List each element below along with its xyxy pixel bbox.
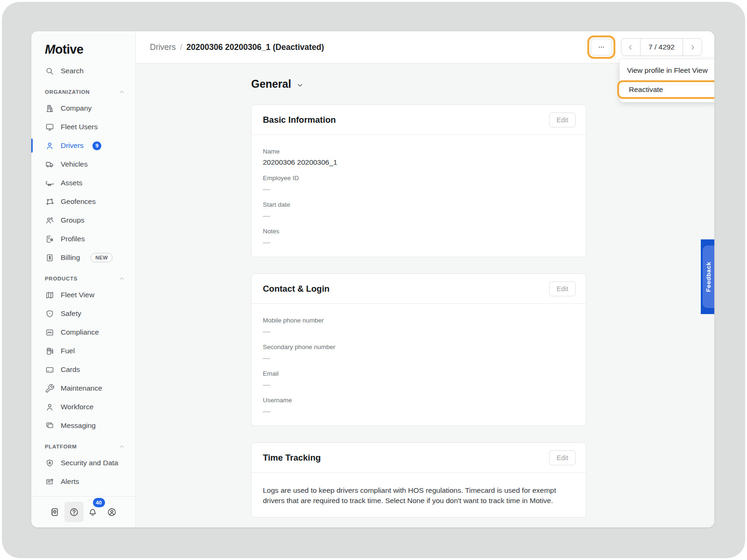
messaging-icon [45, 421, 55, 431]
field-value: — [263, 354, 575, 362]
sidebar-item-maintenance[interactable]: Maintenance [31, 379, 135, 398]
motive-logo[interactable]: Motive [31, 31, 135, 62]
card-title: Contact & Login [263, 284, 330, 294]
sidebar-item-label: Alerts [61, 477, 79, 486]
field-mobile-phone-number: Mobile phone number— [263, 317, 575, 336]
shield-lock-icon [45, 458, 55, 468]
sidebar-item-groups[interactable]: Groups [31, 211, 135, 230]
section-title: General [251, 78, 291, 91]
sidebar-item-label: Search [61, 67, 84, 75]
sidebar-item-alerts[interactable]: Alerts [31, 472, 135, 491]
sidebar-item-profiles[interactable]: Profiles [31, 230, 135, 248]
field-start-date: Start date— [263, 201, 575, 220]
ellipsis-icon [597, 43, 606, 51]
sidebar-item-label: Compliance [61, 328, 99, 336]
bell-button[interactable]: 40 [84, 502, 103, 522]
sidebar-item-geofences[interactable]: Geofences [31, 192, 135, 211]
page-title: 20200306 20200306_1 (Deactivated) [186, 42, 324, 52]
field-employee-id: Employee ID— [263, 175, 575, 193]
field-label: Mobile phone number [263, 317, 575, 324]
more-options-button[interactable] [591, 39, 612, 56]
edit-basic-information-button[interactable]: Edit [549, 112, 576, 127]
chevron-up-icon[interactable] [119, 443, 125, 450]
sidebar-item-label: Vehicles [61, 160, 88, 168]
sidebar-item-label: Assets [61, 179, 83, 187]
billing-icon [45, 253, 55, 263]
new-pill-badge: NEW [91, 253, 113, 262]
sidebar-item-search[interactable]: Search [31, 62, 135, 80]
next-record-button[interactable] [683, 39, 702, 56]
section-label: PRODUCTS [45, 276, 78, 281]
field-email: Email— [263, 370, 575, 389]
previous-record-button[interactable] [621, 39, 640, 56]
sidebar-item-workforce[interactable]: Workforce [31, 398, 135, 416]
edit-time-tracking-button[interactable]: Edit [549, 450, 576, 465]
directory-pin-button[interactable] [45, 502, 64, 522]
content-scroll-area[interactable]: General Basic Information Edit Name20200… [136, 63, 714, 527]
search-icon [45, 66, 55, 76]
chevron-up-icon[interactable] [119, 89, 125, 95]
sidebar-item-compliance[interactable]: Compliance [31, 323, 135, 342]
people-icon [45, 216, 55, 225]
person-icon [45, 402, 55, 412]
count-badge: 9 [92, 141, 101, 150]
geofence-icon [45, 197, 55, 207]
feedback-tab-inner: Feedback [703, 245, 714, 308]
field-username: Username— [263, 397, 575, 415]
field-value: — [263, 185, 575, 193]
sidebar-item-assets[interactable]: Assets [31, 174, 135, 192]
section-header-organization: ORGANIZATION [31, 80, 135, 99]
card-fields: Mobile phone number—Secondary phone numb… [252, 304, 586, 426]
sidebar-item-security-and-data[interactable]: Security and Data [31, 454, 135, 472]
sidebar-item-label: Fleet View [61, 291, 94, 299]
person-icon [45, 141, 55, 151]
sidebar-item-safety[interactable]: Safety [31, 304, 135, 323]
field-secondary-phone-number: Secondary phone number— [263, 343, 575, 362]
feedback-tab[interactable]: Feedback [701, 239, 714, 314]
directory-pin-icon [49, 507, 60, 518]
section-label: PLATFORM [45, 444, 77, 449]
contact-login-card: Contact & Login Edit Mobile phone number… [251, 273, 586, 426]
sidebar-item-label: Safety [61, 309, 81, 318]
edit-contact-login-button[interactable]: Edit [549, 281, 576, 296]
card-header: Contact & Login Edit [252, 274, 586, 304]
sidebar-item-messaging[interactable]: Messaging [31, 416, 135, 435]
general-section-selector[interactable]: General [251, 78, 304, 91]
sidebar-item-fuel[interactable]: Fuel [31, 342, 135, 360]
sidebar-item-cards[interactable]: Cards [31, 360, 135, 379]
sidebar-item-company[interactable]: Company [31, 99, 135, 118]
menu-item-view-profile-in-fleet-view[interactable]: View profile in Fleet View [620, 62, 714, 79]
chevron-up-icon[interactable] [119, 275, 125, 282]
field-value: — [263, 327, 575, 336]
wrench-icon [45, 384, 55, 393]
field-value: — [263, 380, 575, 389]
top-bar: Drivers / 20200306 20200306_1 (Deactivat… [136, 31, 714, 63]
field-value: — [263, 407, 575, 415]
section-label: ORGANIZATION [45, 89, 90, 95]
sidebar-item-label: Security and Data [61, 459, 118, 467]
chevron-right-icon [689, 44, 696, 51]
sidebar-item-fleet-users[interactable]: Fleet Users [31, 118, 135, 136]
card-fields: Name20200306 20200306_1Employee ID—Start… [252, 135, 586, 257]
sidebar-item-label: Drivers [61, 141, 84, 150]
sidebar-item-drivers[interactable]: Drivers9 [31, 136, 135, 155]
app-window: Motive Search ORGANIZATIONCompanyFleet U… [31, 31, 714, 527]
sidebar-item-label: Workforce [61, 403, 93, 411]
sidebar-item-vehicles[interactable]: Vehicles [31, 155, 135, 174]
sidebar-item-label: Groups [61, 216, 85, 224]
sidebar-item-label: Profiles [61, 235, 85, 243]
sidebar-item-label: Maintenance [61, 384, 102, 392]
help-icon [69, 507, 79, 518]
topbar-actions: 7 / 4292 [587, 35, 702, 59]
menu-item-reactivate[interactable]: Reactivate [619, 82, 714, 97]
profile-gear-icon [45, 234, 55, 244]
breadcrumb-drivers-link[interactable]: Drivers [150, 42, 176, 52]
field-label: Employee ID [263, 175, 575, 182]
card-header: Time Tracking Edit [252, 443, 586, 473]
help-button[interactable] [64, 502, 84, 522]
sidebar-item-fleet-view[interactable]: Fleet View [31, 286, 135, 304]
account-button[interactable] [102, 502, 121, 522]
trailer-icon [45, 178, 55, 188]
reactivate-highlight-ring: Reactivate [617, 80, 714, 99]
sidebar-item-billing[interactable]: BillingNEW [31, 248, 135, 267]
